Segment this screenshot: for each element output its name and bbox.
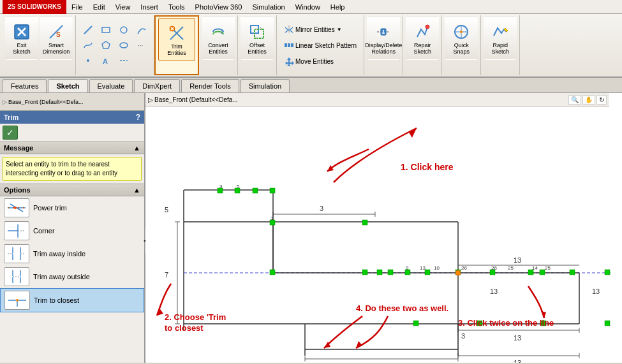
ribbon-section-rapid: Rapid Sketch bbox=[481, 15, 520, 75]
exit-sketch-button[interactable]: ExitSketch bbox=[5, 17, 38, 60]
ribbon-toolbar: ExitSketch S SmartDimension bbox=[0, 14, 622, 78]
annotation-click-twice: 3. Click twice on the line bbox=[458, 318, 554, 328]
svg-rect-85 bbox=[570, 270, 575, 275]
repair-sketch-icon bbox=[412, 22, 433, 42]
drawing-toolbar: ▷ Base_Front (Default<<Defa... 🔍 ✋ ↻ bbox=[145, 93, 609, 107]
menu-insert[interactable]: Insert bbox=[135, 2, 163, 12]
trim-entities-label: TrimEntities bbox=[167, 43, 186, 56]
rect-button[interactable] bbox=[98, 23, 114, 37]
power-trim-option[interactable]: Power trim bbox=[0, 196, 144, 219]
ribbon-section-repair: Repair Sketch bbox=[403, 15, 442, 75]
corner-label: Corner bbox=[33, 227, 55, 235]
svg-rect-78 bbox=[362, 270, 367, 275]
confirm-button[interactable]: ✓ bbox=[3, 126, 18, 140]
trim-entities-button[interactable]: TrimEntities bbox=[158, 18, 195, 61]
tabs-bar: Features Sketch Evaluate DimXpert Render… bbox=[0, 78, 622, 93]
arc-button[interactable] bbox=[133, 23, 150, 37]
ribbon-section-offset: Offset Entities bbox=[238, 15, 277, 75]
quick-snaps-button[interactable]: Quick Snaps bbox=[445, 17, 478, 60]
mirror-entities-button[interactable]: Mirror Entities ▼ bbox=[279, 22, 361, 37]
display-delete-button[interactable]: Display/DeleteRelations bbox=[367, 17, 400, 60]
trim-away-outside-option[interactable]: Trim away outside bbox=[0, 265, 144, 288]
quick-snaps-label: Quick Snaps bbox=[447, 42, 476, 55]
repair-sketch-button[interactable]: Repair Sketch bbox=[406, 17, 439, 60]
svg-text:13: 13 bbox=[514, 359, 521, 363]
tab-sketch[interactable]: Sketch bbox=[48, 79, 87, 92]
tab-render[interactable]: Render Tools bbox=[181, 79, 239, 92]
corner-icon bbox=[4, 221, 29, 240]
svg-text:···: ··· bbox=[138, 42, 143, 49]
drawing-area[interactable]: ▷ Base_Front (Default<<Defa... 🔍 ✋ ↻ bbox=[145, 93, 622, 363]
exit-sketch-label: ExitSketch bbox=[13, 42, 31, 55]
ribbon-section-basic: ExitSketch S SmartDimension bbox=[3, 15, 76, 75]
message-collapse-icon[interactable]: ▲ bbox=[133, 144, 140, 152]
menu-photoview[interactable]: PhotoView 360 bbox=[190, 2, 248, 12]
menu-help[interactable]: Help bbox=[325, 2, 350, 12]
circle-button[interactable] bbox=[115, 23, 132, 37]
svg-text:7: 7 bbox=[165, 271, 168, 279]
svg-text:13: 13 bbox=[592, 288, 600, 295]
mirror-dropdown-arrow[interactable]: ▼ bbox=[337, 27, 342, 33]
zoom-icon[interactable]: 🔍 bbox=[568, 95, 581, 105]
annotation-do-these: 4. Do these two as well. bbox=[356, 303, 448, 313]
move-entities-button[interactable]: Move Entities bbox=[279, 54, 361, 69]
menu-edit[interactable]: Edit bbox=[88, 2, 110, 12]
svg-text:25: 25 bbox=[508, 265, 514, 271]
trim-to-closest-label: Trim to closest bbox=[34, 296, 79, 304]
offset-entities-button[interactable]: Offset Entities bbox=[241, 17, 274, 60]
line-button[interactable] bbox=[80, 23, 96, 37]
trim-to-closest-option[interactable]: Trim to closest bbox=[0, 288, 144, 312]
more-draw-button[interactable]: ··· bbox=[133, 38, 150, 52]
menu-tools[interactable]: Tools bbox=[163, 2, 190, 12]
corner-option[interactable]: Corner bbox=[0, 219, 144, 242]
svg-rect-25 bbox=[291, 43, 293, 47]
tab-dimxpert[interactable]: DimXpert bbox=[134, 79, 180, 92]
svg-text:13: 13 bbox=[514, 334, 521, 342]
offset-entities-icon bbox=[247, 22, 267, 42]
svg-text:3: 3 bbox=[461, 332, 465, 340]
trim-entities-icon bbox=[167, 23, 187, 43]
smart-dimension-button[interactable]: S SmartDimension bbox=[40, 17, 73, 60]
tab-simulation[interactable]: Simulation bbox=[241, 79, 290, 92]
menu-simulation[interactable]: Simulation bbox=[247, 2, 290, 12]
quick-snaps-icon bbox=[451, 22, 471, 42]
trim-help-icon[interactable]: ? bbox=[136, 113, 140, 122]
trim-title: Trim bbox=[4, 113, 19, 121]
power-trim-icon bbox=[4, 198, 29, 217]
polygon-button[interactable] bbox=[98, 38, 114, 52]
rapid-sketch-button[interactable]: Rapid Sketch bbox=[484, 17, 517, 60]
rotate-icon[interactable]: ↻ bbox=[596, 95, 607, 105]
tab-features[interactable]: Features bbox=[3, 79, 47, 92]
tree-item[interactable]: Base_Front (Default<<Defa... bbox=[8, 99, 84, 105]
spline-button[interactable] bbox=[80, 38, 96, 52]
pan-icon[interactable]: ✋ bbox=[582, 95, 595, 105]
text-button[interactable]: A bbox=[98, 54, 114, 68]
tree-expand-icon[interactable]: ▷ bbox=[148, 96, 153, 103]
menu-file[interactable]: File bbox=[66, 2, 88, 12]
annotation-choose-trim: 2. Choose 'Trimto closest bbox=[165, 312, 226, 334]
menu-view[interactable]: View bbox=[110, 2, 136, 12]
point-button[interactable] bbox=[80, 54, 96, 68]
convert-entities-button[interactable]: Convert Entities bbox=[202, 17, 235, 60]
svg-rect-77 bbox=[270, 270, 275, 275]
left-panel: ▷ Base_Front (Default<<Defa... Trim ? ✓ … bbox=[0, 93, 145, 363]
svg-point-9 bbox=[120, 43, 128, 48]
ribbon-section-snaps: Quick Snaps bbox=[442, 15, 481, 75]
trim-to-closest-icon bbox=[4, 291, 30, 310]
convert-entities-label: Convert Entities bbox=[204, 42, 233, 55]
tab-evaluate[interactable]: Evaluate bbox=[89, 79, 133, 92]
smart-dimension-label: SmartDimension bbox=[43, 42, 70, 55]
svg-point-38 bbox=[14, 207, 17, 209]
svg-rect-73 bbox=[253, 188, 258, 193]
display-delete-label: Display/DeleteRelations bbox=[365, 42, 402, 55]
menu-window[interactable]: Window bbox=[290, 2, 325, 12]
centerline-button[interactable] bbox=[115, 54, 132, 68]
svg-text:10: 10 bbox=[375, 362, 383, 363]
linear-pattern-button[interactable]: Linear Sketch Pattern bbox=[279, 38, 361, 53]
options-collapse-icon[interactable]: ▲ bbox=[133, 186, 140, 194]
ellipse-button[interactable] bbox=[115, 38, 132, 52]
svg-text:13: 13 bbox=[420, 265, 426, 271]
main-area: ▷ Base_Front (Default<<Defa... Trim ? ✓ … bbox=[0, 93, 622, 363]
rapid-sketch-icon bbox=[490, 22, 510, 42]
trim-away-inside-option[interactable]: Trim away inside bbox=[0, 242, 144, 265]
